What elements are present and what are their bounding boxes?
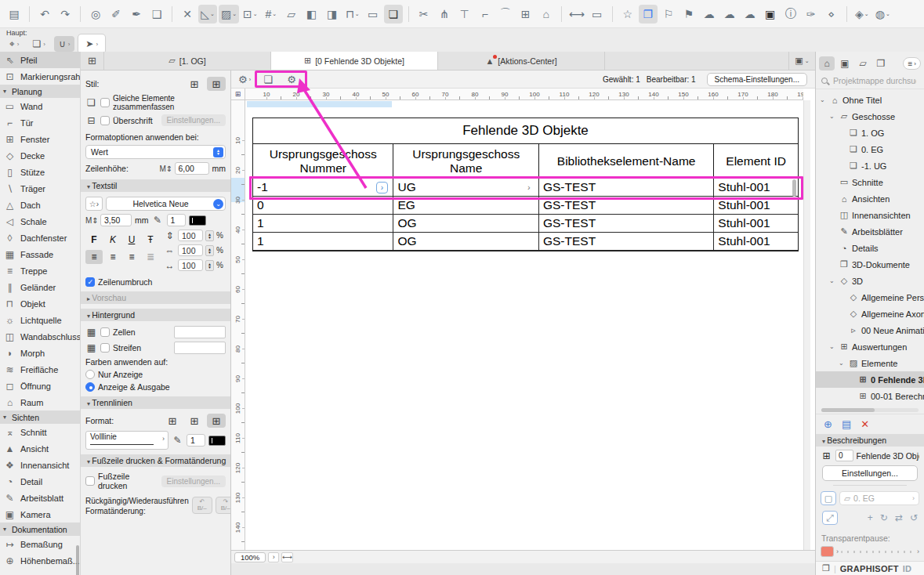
tool-innenansicht[interactable]: ❖Innenansicht <box>0 457 80 473</box>
marquee-mode-button[interactable]: ❏› <box>27 36 49 52</box>
tool-decke[interactable]: ◇Decke <box>0 147 80 164</box>
delete-viewpoint-button[interactable]: ✕ <box>861 418 869 430</box>
table-cell[interactable]: Stuhl-001 <box>714 215 798 232</box>
separator-c-button[interactable]: ⊞ <box>207 414 226 428</box>
select-in-model-button[interactable]: ❏ <box>258 72 278 87</box>
tree-item-0-fehlende-3d-objekte[interactable]: ⌄ ⊞ 0 Fehlende 3D Objekte <box>816 371 924 388</box>
tool-pfeil[interactable]: ⇖Pfeil <box>0 52 80 68</box>
fusszeile-section-header[interactable]: Fußzeile drucken & Formatänderung <box>81 454 230 467</box>
navigator-menu-button[interactable]: ≡› <box>903 57 921 70</box>
tree-item-0-eg[interactable]: ⌄ ❏ 0. EG <box>816 141 924 157</box>
3d-visualization-icon[interactable]: ◈⌄ <box>853 5 871 24</box>
line-spacing-input[interactable]: 100 <box>178 230 203 241</box>
label-icon[interactable]: ▭⌄ <box>588 5 607 24</box>
vorschau-section-header[interactable]: Vorschau <box>81 291 230 304</box>
tree-item-innenansichten[interactable]: ⌄ ◫ Innenansichten <box>816 207 924 223</box>
tool-hoehenbemassung[interactable]: ⊕Höhenbemaß... <box>0 552 80 569</box>
vertical-scrollbar[interactable] <box>803 100 810 550</box>
edit-polygon-icon[interactable]: ❑⌄ <box>147 5 166 24</box>
char-width-input[interactable]: 100 <box>178 244 203 256</box>
pen-input[interactable]: 1 <box>167 214 186 226</box>
align-right-button[interactable]: ≡ <box>123 250 140 264</box>
tag-icon[interactable]: ⋄⌄ <box>822 5 841 24</box>
table-title[interactable]: Fehlende 3D Objekte <box>253 118 798 144</box>
zoom-level-button[interactable]: 100% <box>234 552 266 562</box>
sep[interactable]: ⌄ <box>408 6 409 22</box>
redo-icon[interactable]: ↷⌄ <box>56 5 74 24</box>
zellen-color-field[interactable] <box>174 326 226 338</box>
grid-snap-icon[interactable]: #⌄ <box>262 5 281 24</box>
new-viewpoint-button[interactable]: ⊕ <box>824 418 832 430</box>
sep[interactable]: ⌄ <box>29 6 30 22</box>
table-cell[interactable]: OG <box>393 215 538 232</box>
separator-color-chip[interactable] <box>208 436 226 446</box>
tree-item-00-neue-animation[interactable]: ⌄ ▹ 00 Neue Animation <box>816 322 924 338</box>
zoom-menu-chevron[interactable]: › <box>268 552 279 562</box>
tree-horizontal-scrollbar[interactable] <box>821 408 919 412</box>
save-icon[interactable]: ▤⌄ <box>5 5 24 24</box>
favorites-icon[interactable]: ☆⌄ <box>618 5 637 24</box>
tree-item-geschosse[interactable]: ⌄ ▱ Geschosse <box>816 108 924 125</box>
intersect-icon[interactable]: ⌐⌄ <box>476 5 495 24</box>
table-cell[interactable]: GS-TEST <box>539 197 714 214</box>
tool-fassade[interactable]: ▦Fassade <box>0 246 80 262</box>
tool-dach[interactable]: △Dach <box>0 197 80 213</box>
teamwork-send-receive-icon[interactable]: ☁⌄ <box>720 5 739 24</box>
rotate-drawing-icon[interactable]: ↻ <box>880 512 888 523</box>
column-header[interactable]: Ursprungsgeschoss Nummer <box>253 144 393 178</box>
schedule-settings-button[interactable]: Einstellungen... <box>822 465 918 481</box>
element-information-icon[interactable]: ⓘ⌄ <box>781 5 800 24</box>
sep[interactable]: ⌄ <box>612 6 613 22</box>
inject-parameters-icon[interactable]: ✒⌄ <box>127 5 146 24</box>
tool-wand[interactable]: ▭Wand <box>0 98 80 114</box>
tree-item-ohne-titel[interactable]: ⌄ ⌂ Ohne Titel <box>816 92 924 108</box>
undo-icon[interactable]: ↶⌄ <box>35 5 54 24</box>
chevron-down-icon[interactable]: ⌄ <box>829 343 836 350</box>
gravity-roof-icon[interactable]: ◨⌄ <box>323 5 342 24</box>
stepper-icon[interactable]: ▲▼ <box>205 245 214 256</box>
tool-tuer[interactable]: ⌐Tür <box>0 114 80 131</box>
tree-item-1-og[interactable]: ⌄ ❏ 1. OG <box>816 125 924 141</box>
mark-up-tools-icon[interactable]: ⚑⌄ <box>679 5 698 24</box>
stepper-icon[interactable]: ▲▼ <box>205 260 214 271</box>
fillet-icon[interactable]: ⌒⌄ <box>496 5 515 24</box>
dimension-icon[interactable]: ⟷⌄ <box>567 5 586 24</box>
quick-layers-icon[interactable]: ❐⌄ <box>639 5 658 24</box>
tool-raum[interactable]: ⌂Raum <box>0 394 80 410</box>
beschreibungen-section-header[interactable]: Beschreibungen <box>816 434 924 447</box>
streifen-color-field[interactable] <box>174 342 226 354</box>
footer-settings-button[interactable]: Einstellungen... <box>161 476 226 487</box>
font-size-input[interactable]: 3,50 <box>100 214 132 226</box>
tool-wandabschluss[interactable]: ◫Wandabschluss <box>0 328 80 345</box>
table-scrollbar-thumb[interactable] <box>792 179 796 197</box>
palette-scrollbar[interactable] <box>76 545 79 575</box>
text-color-chip[interactable] <box>189 215 206 226</box>
tool-bemassung[interactable]: ↦Bemaßung <box>0 536 80 552</box>
tree-item-minus1-ug[interactable]: ⌄ ❏ -1. UG <box>816 157 924 174</box>
palette-section-sichten[interactable]: Sichten <box>0 410 80 424</box>
publisher-button[interactable]: ❐ <box>873 56 889 71</box>
schedule-options-button[interactable]: ⚙› <box>234 72 255 87</box>
schema-settings-button[interactable]: Schema-Einstellungen... <box>707 73 807 86</box>
table-cell[interactable]: -1 <box>253 179 393 196</box>
lock-icon[interactable]: ⊓⌄ <box>343 5 362 24</box>
italic-button[interactable]: K <box>104 233 121 247</box>
chevron-down-icon[interactable]: ⌄ <box>820 96 827 103</box>
trim-icon[interactable]: ⋔⌄ <box>435 5 454 24</box>
underline-button[interactable]: U <box>123 233 140 247</box>
table-cell[interactable]: EG <box>393 197 538 214</box>
sep[interactable]: ⌄ <box>846 6 847 22</box>
home-story-select[interactable]: ▱ 0. EG › <box>839 491 919 505</box>
search-input[interactable] <box>832 75 918 86</box>
table-cell[interactable]: GS-TEST <box>539 179 714 196</box>
tool-ansicht[interactable]: ▲Ansicht <box>0 440 80 457</box>
merge-elements-checkbox[interactable] <box>100 98 110 107</box>
renovation-filter-icon[interactable]: ⊡⌄ <box>241 5 260 24</box>
stepper-icon[interactable]: ▲▼ <box>205 230 214 241</box>
tool-lichtquelle[interactable]: ☼Lichtquelle <box>0 312 80 328</box>
tab-1-og[interactable]: ▱[1. OG] <box>104 52 271 70</box>
tool-schnitt[interactable]: ⌅Schnitt <box>0 424 80 440</box>
sep[interactable]: ⌄ <box>561 6 562 22</box>
favorite-textstyle-button[interactable]: ☆› <box>85 197 103 211</box>
align-center-button[interactable]: ≡ <box>104 250 121 264</box>
